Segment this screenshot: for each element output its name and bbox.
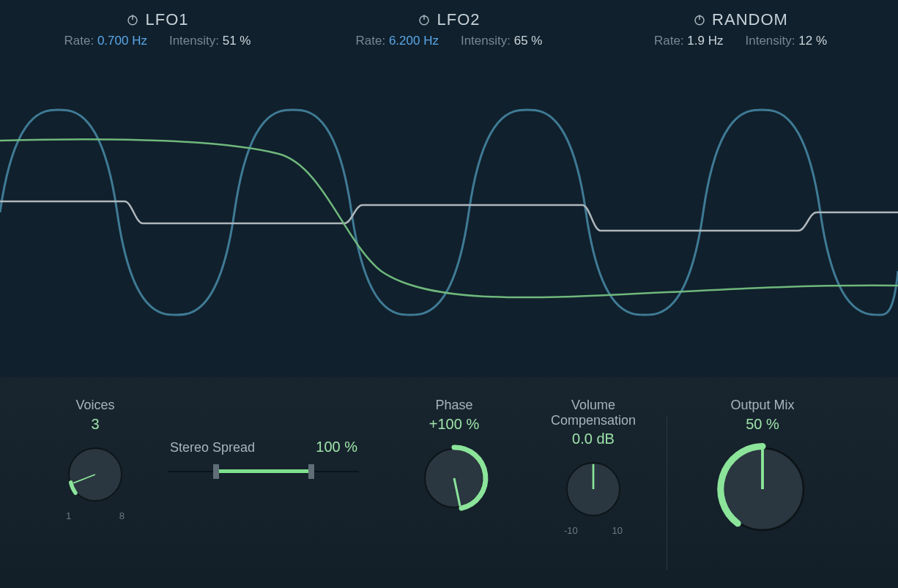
- power-icon[interactable]: [126, 13, 139, 26]
- volume-comp-label: VolumeCompensation: [551, 398, 636, 428]
- volume-comp-section: VolumeCompensation 0.0 dB -10 10: [520, 398, 667, 536]
- stereo-spread-section: Stereo Spread 100 %: [168, 439, 359, 482]
- volume-comp-knob[interactable]: [560, 456, 626, 522]
- lfo1-title[interactable]: LFO1: [145, 10, 188, 29]
- output-mix-knob[interactable]: [715, 442, 810, 537]
- spread-handle-left[interactable]: [213, 464, 219, 479]
- voices-section: Voices 3 1 8: [22, 398, 168, 521]
- lfo1-block: LFO1 Rate: 0.700 Hz Intensity: 51 %: [37, 10, 278, 48]
- lfo-header: LFO1 Rate: 0.700 Hz Intensity: 51 % LFO2…: [0, 0, 898, 48]
- lfo2-title[interactable]: LFO2: [437, 10, 480, 29]
- phase-section: Phase +100 %: [388, 398, 520, 515]
- output-mix-section: Output Mix 50 %: [667, 398, 858, 537]
- output-mix-value[interactable]: 50 %: [746, 416, 779, 433]
- phase-label: Phase: [435, 398, 472, 413]
- random-block: RANDOM Rate: 1.9 Hz Intensity: 12 %: [620, 10, 861, 48]
- spread-handle-right[interactable]: [308, 464, 314, 479]
- lfo1-intensity[interactable]: Intensity: 51 %: [169, 34, 251, 48]
- output-mix-label: Output Mix: [730, 398, 794, 413]
- bottom-panel: Voices 3 1 8 Stereo Spread 100 %: [0, 377, 898, 588]
- stereo-spread-value[interactable]: 100 %: [316, 439, 357, 455]
- random-rate[interactable]: Rate: 1.9 Hz: [654, 34, 724, 48]
- random-intensity[interactable]: Intensity: 12 %: [745, 34, 827, 48]
- voices-label: Voices: [75, 398, 114, 413]
- power-icon[interactable]: [418, 13, 431, 26]
- lfo1-rate[interactable]: Rate: 0.700 Hz: [64, 34, 147, 48]
- voices-knob[interactable]: [62, 442, 128, 507]
- waveform-display[interactable]: [0, 51, 898, 376]
- lfo2-rate[interactable]: Rate: 6.200 Hz: [356, 34, 439, 48]
- stereo-spread-label: Stereo Spread: [170, 440, 255, 455]
- phase-knob[interactable]: [418, 442, 491, 515]
- stereo-spread-slider[interactable]: [168, 461, 359, 482]
- volume-comp-scale: -10 10: [564, 525, 623, 536]
- voices-scale: 1 8: [66, 510, 125, 521]
- lfo2-intensity[interactable]: Intensity: 65 %: [461, 34, 543, 48]
- random-title[interactable]: RANDOM: [712, 10, 788, 29]
- phase-value[interactable]: +100 %: [429, 416, 479, 433]
- voices-value[interactable]: 3: [91, 416, 99, 433]
- volume-comp-value[interactable]: 0.0 dB: [572, 431, 615, 447]
- power-icon[interactable]: [693, 13, 706, 26]
- lfo2-block: LFO2 Rate: 6.200 Hz Intensity: 65 %: [328, 10, 570, 48]
